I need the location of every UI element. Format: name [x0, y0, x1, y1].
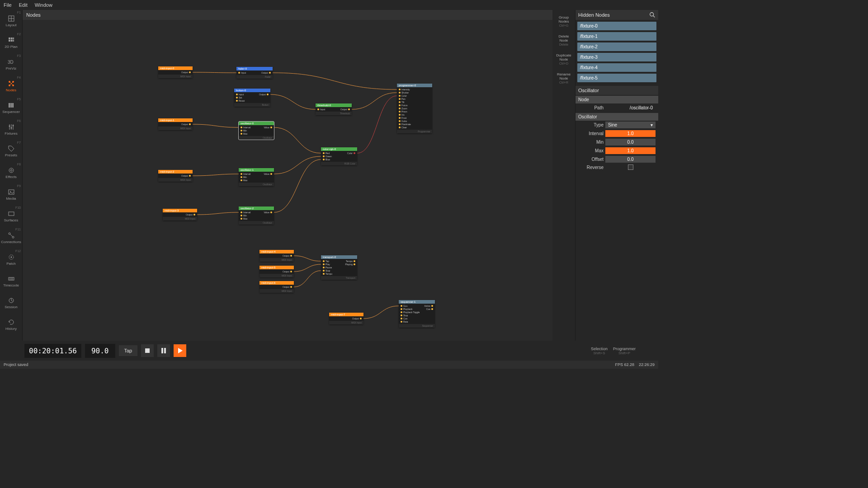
stop-button[interactable]	[141, 344, 154, 357]
tap-button[interactable]: Tap	[119, 345, 138, 356]
chevron-down-icon: ▾	[651, 122, 653, 127]
2dplan-icon	[8, 37, 15, 44]
node-mi5[interactable]: midi-input-5OutputMIDI Input	[259, 266, 294, 277]
node-midi0[interactable]: midi-input-0OutputMIDI Input	[158, 66, 193, 78]
sidebar-layout[interactable]: F1Layout	[0, 10, 22, 32]
timecode-display[interactable]: 00:20:01.56	[24, 344, 81, 358]
sidebar-connections[interactable]: F11Connections	[0, 227, 22, 249]
svg-rect-16	[9, 103, 10, 108]
svg-rect-44	[164, 348, 166, 353]
action-delete-node[interactable]: DeleteNodeDelete	[552, 33, 575, 48]
transport-bar: 00:20:01.56 90.0 Tap SelectionShift+SPro…	[0, 341, 658, 361]
mode-selection[interactable]: SelectionShift+S	[591, 347, 608, 355]
status-message: Project saved	[4, 362, 28, 367]
node-midi1[interactable]: midi-input-1OutputMIDI Input	[158, 118, 193, 130]
surfaces-icon	[8, 210, 15, 217]
action-duplicate-node[interactable]: DuplicateNodeCtrl+D	[552, 52, 575, 67]
path-value: /oscillator-0	[605, 104, 656, 111]
sidebar-effects[interactable]: F8Effects	[0, 162, 22, 183]
svg-text:3D: 3D	[8, 60, 14, 65]
hidden-node-item[interactable]: /fixture-4	[577, 63, 656, 72]
node-osc1[interactable]: oscillator-1IntervalMinMaxValueOscillato…	[239, 168, 274, 186]
sidebar-surfaces[interactable]: F10Surfaces	[0, 205, 22, 227]
play-icon	[177, 348, 183, 353]
svg-rect-43	[161, 348, 163, 353]
svg-rect-42	[145, 348, 150, 353]
offset-input[interactable]: 0.0	[605, 156, 656, 163]
sidebar-media[interactable]: F9Media	[0, 183, 22, 205]
type-select[interactable]: Sine▾	[605, 122, 656, 128]
sidebar-previz[interactable]: F33DPreViz	[0, 53, 22, 75]
history-icon	[8, 319, 15, 326]
search-icon[interactable]	[649, 12, 656, 18]
menubar: File Edit Window	[0, 0, 658, 10]
inspector-section-node: Node	[576, 96, 658, 103]
layout-icon	[8, 15, 15, 22]
node-seq1[interactable]: sequencer-1Go+PlaybackPlayback ToggleSto…	[399, 300, 435, 328]
node-mi6[interactable]: midi-input-6OutputMIDI Input	[259, 281, 294, 293]
menu-edit[interactable]: Edit	[19, 2, 28, 8]
node-button0[interactable]: button-0InputSetResetOutputButton	[234, 89, 270, 107]
node-mi7[interactable]: midi-input-7OutputMIDI Input	[329, 313, 363, 324]
sidebar-nodes[interactable]: F4Nodes	[0, 75, 22, 97]
sidebar-history[interactable]: History	[0, 314, 22, 335]
nodes-icon	[8, 80, 15, 87]
menu-window[interactable]: Window	[35, 2, 52, 8]
hidden-node-item[interactable]: /fixture-3	[577, 53, 656, 61]
node-thr0[interactable]: threshold-0InputOutputThreshold	[316, 103, 352, 115]
node-canvas[interactable]: midi-input-0OutputMIDI Inputmidi-input-1…	[23, 20, 552, 342]
node-midi2[interactable]: midi-input-2OutputMIDI Input	[158, 170, 193, 182]
path-label: Path	[578, 105, 604, 110]
tab-header: Nodes	[23, 10, 552, 20]
inspector-section-osc: Oscillator	[576, 113, 658, 121]
svg-rect-29	[9, 212, 14, 216]
sidebar-fixtures[interactable]: F6Fixtures	[0, 118, 22, 140]
node-trans0[interactable]: transport-0TapPlayPauseStopTempoTempoPla…	[321, 255, 357, 280]
sidebar-patch[interactable]: F12Patch	[0, 249, 22, 270]
session-icon	[8, 297, 15, 304]
pause-button[interactable]	[157, 344, 170, 357]
reverse-checkbox[interactable]	[628, 164, 633, 170]
min-input[interactable]: 0.0	[605, 139, 656, 145]
svg-rect-6	[9, 40, 10, 42]
menu-file[interactable]: File	[4, 2, 12, 8]
node-osc2[interactable]: oscillator-2IntervalMinMaxValueOscillato…	[239, 206, 274, 225]
hidden-node-item[interactable]: /fixture-5	[577, 74, 656, 82]
hidden-node-item[interactable]: /fixture-0	[577, 22, 656, 30]
svg-point-24	[12, 125, 14, 126]
node-mi4[interactable]: midi-input-4OutputMIDI Input	[259, 250, 294, 262]
fps-display: FPS 62.28	[615, 362, 634, 367]
sequencer-icon	[8, 102, 15, 109]
clock-display: 22:26:29	[639, 362, 655, 367]
hidden-node-item[interactable]: /fixture-2	[577, 42, 656, 51]
sidebar-presets[interactable]: F7Presets	[0, 140, 22, 162]
inspector: Oscillator Node Path /oscillator-0 Oscil…	[576, 86, 658, 352]
play-button[interactable]	[174, 344, 186, 357]
node-rgb0[interactable]: color-rgb-0RedGreenBlueColorRGB Color	[321, 147, 357, 165]
node-midi3[interactable]: midi-input-3OutputMIDI Input	[163, 209, 197, 221]
bpm-display[interactable]: 90.0	[85, 344, 115, 358]
node-osc0[interactable]: oscillator-0IntervalMinMaxValueOscillato…	[239, 122, 274, 140]
max-input[interactable]: 1.0	[605, 147, 656, 154]
svg-point-34	[10, 256, 12, 258]
presets-icon	[8, 145, 15, 152]
svg-point-25	[9, 168, 14, 173]
patch-icon	[8, 253, 15, 261]
timecode-icon	[8, 275, 15, 282]
sidebar-2dplan[interactable]: F22D Plan	[0, 32, 22, 53]
sidebar-session[interactable]: Session	[0, 292, 22, 314]
pause-icon	[161, 348, 166, 353]
sidebar-sequencer[interactable]: F5Sequencer	[0, 97, 22, 118]
mode-programmer[interactable]: ProgrammerShift+P	[613, 347, 636, 355]
svg-point-22	[9, 125, 10, 127]
svg-rect-7	[11, 40, 13, 42]
interval-input[interactable]: 1.0	[605, 130, 656, 137]
action-group-nodes[interactable]: GroupNodesCtrl+G	[552, 14, 575, 29]
sidebar-timecode[interactable]: Timecode	[0, 270, 22, 292]
status-bar: Project saved FPS 62.28 22:26:29	[0, 361, 658, 369]
node-fader0[interactable]: fader-0InputOutputFader	[236, 67, 273, 79]
svg-rect-8	[13, 40, 14, 42]
action-rename-node[interactable]: RenameNodeCtrl+R	[552, 70, 575, 86]
node-prog0[interactable]: programmer-0IntensityShutterColorPanTilt…	[397, 84, 432, 133]
hidden-node-item[interactable]: /fixture-1	[577, 32, 656, 41]
